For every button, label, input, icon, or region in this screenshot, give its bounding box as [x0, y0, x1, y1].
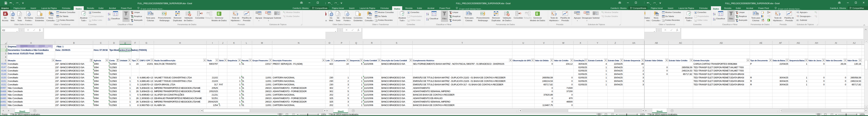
svg-text:A: A [108, 19, 109, 21]
svg-text:Z: Z [721, 14, 722, 16]
svg-text:A: A [435, 12, 436, 14]
svg-text:Z: Z [713, 14, 714, 15]
svg-text:Z: Z [108, 14, 109, 15]
svg-text:A: A [114, 14, 115, 16]
svg-text:Z: Z [719, 12, 720, 14]
svg-text:A: A [432, 14, 433, 16]
svg-text:Z: Z [116, 14, 117, 16]
svg-text:?: ? [237, 13, 238, 16]
svg-text:A: A [116, 12, 118, 14]
svg-text:Z: Z [426, 14, 427, 15]
svg-text:Z: Z [435, 14, 436, 16]
svg-text:?: ? [779, 13, 781, 16]
svg-text:A: A [713, 19, 714, 21]
svg-text:?: ? [555, 13, 557, 16]
svg-text:Z: Z [114, 12, 115, 14]
svg-text:A: A [4, 12, 6, 15]
svg-text:Z: Z [432, 12, 433, 14]
svg-text:A: A [426, 19, 427, 21]
svg-text:A: A [719, 14, 720, 16]
svg-text:A: A [721, 12, 722, 14]
